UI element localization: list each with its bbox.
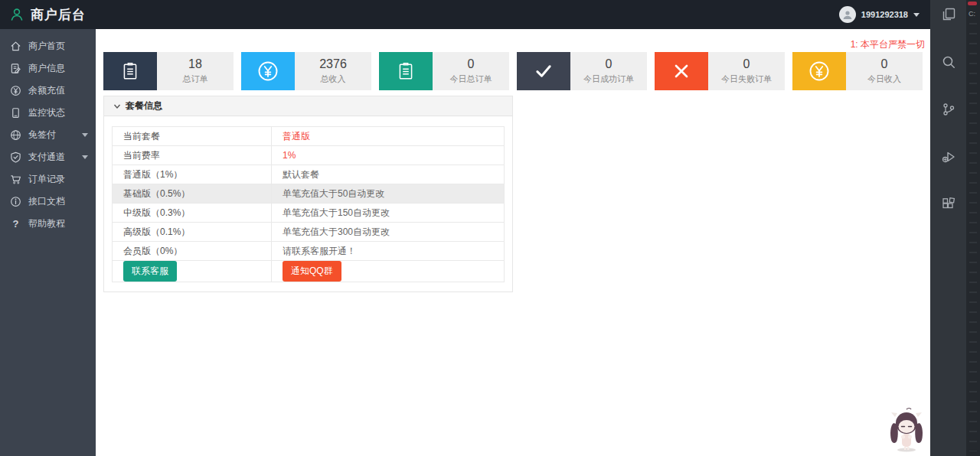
- sidebar-item-balance-recharge[interactable]: 余额充值: [0, 80, 96, 102]
- stat-cards-row: 18 总订单 2376 总收入: [103, 52, 930, 90]
- stat-value: 0: [743, 57, 750, 71]
- stat-card-today-failed-orders: 0 今日失败订单: [655, 52, 785, 90]
- editor-code-lines: [969, 23, 977, 451]
- clipboard-icon: [103, 52, 157, 90]
- user-menu[interactable]: 1991292318: [839, 6, 930, 23]
- package-info-panel: 套餐信息 当前套餐 普通版 当前费率 1%: [103, 96, 513, 292]
- pages-icon[interactable]: [937, 3, 960, 26]
- package-info-panel-header[interactable]: 套餐信息: [104, 96, 512, 116]
- row-value: 1%: [272, 146, 505, 165]
- content-area: 1: 本平台严禁一切 18 总订单: [96, 29, 930, 456]
- extensions-icon[interactable]: [937, 193, 960, 216]
- avatar[interactable]: [839, 6, 856, 23]
- sidebar-item-no-sign-pay[interactable]: 免签付: [0, 124, 96, 146]
- chevron-down-icon: [82, 155, 88, 159]
- stat-label: 总订单: [183, 73, 208, 85]
- shield-check-icon: [10, 151, 21, 163]
- sidebar-item-label: 监控状态: [28, 106, 65, 119]
- source-control-icon[interactable]: [937, 98, 960, 121]
- row-label: 当前费率: [113, 146, 272, 165]
- row-value: 普通版: [272, 127, 505, 146]
- table-row: 高级版（0.1%） 单笔充值大于300自动更改: [113, 223, 505, 242]
- panel-title: 套餐信息: [126, 99, 162, 112]
- row-label: 会员版（0%）: [113, 242, 272, 261]
- stat-label: 今日收入: [867, 73, 901, 85]
- sidebar-item-label: 支付通道: [28, 151, 65, 164]
- sidebar-item-payment-channel[interactable]: 支付通道: [0, 146, 96, 168]
- sidebar-item-label: 订单记录: [28, 173, 65, 186]
- top-header-bar: 商户后台 1991292318: [0, 0, 930, 29]
- table-row: 普通版（1%） 默认套餐: [113, 165, 505, 184]
- stat-value: 2376: [319, 57, 347, 71]
- stat-label: 今日失败订单: [721, 73, 772, 85]
- row-label: 高级版（0.1%）: [113, 223, 272, 242]
- sidebar-item-label: 商户信息: [28, 62, 65, 75]
- run-debug-icon[interactable]: [937, 145, 960, 168]
- announcement-marquee: 1: 本平台严禁一切: [851, 38, 925, 51]
- stat-card-today-success-orders: 0 今日成功订单: [517, 52, 647, 90]
- edit-document-icon: [10, 63, 21, 74]
- row-value: 默认套餐: [272, 165, 505, 184]
- sidebar-item-monitor-status[interactable]: 监控状态: [0, 102, 96, 124]
- screen: 商户后台 1991292318 商户首页: [0, 0, 980, 456]
- row-label: 普通版（1%）: [113, 165, 272, 184]
- row-value: 单笔充值大于50自动更改: [272, 184, 505, 204]
- stat-label: 今日成功订单: [583, 73, 634, 85]
- table-row: 中级版（0.3%） 单笔充值大于150自动更改: [113, 204, 505, 223]
- stat-card-today-income: 0 今日收入: [792, 52, 923, 90]
- search-icon[interactable]: [937, 50, 960, 73]
- editor-tab-badge: [968, 2, 977, 5]
- activity-bar: [930, 0, 966, 456]
- chevron-down-icon: [913, 13, 920, 17]
- table-row: 当前费率 1%: [113, 146, 505, 165]
- merchant-admin-app: 商户后台 1991292318 商户首页: [0, 0, 930, 456]
- question-icon: ?: [10, 218, 21, 230]
- sidebar-item-label: 接口文档: [28, 195, 65, 208]
- table-row-buttons: 联系客服 通知QQ群: [113, 261, 505, 282]
- check-icon: [517, 52, 570, 90]
- yen-circle-icon: [10, 85, 21, 96]
- sidebar-item-home[interactable]: 商户首页: [0, 35, 96, 57]
- contact-support-button[interactable]: 联系客服: [123, 261, 177, 282]
- yen-circle-icon: [241, 52, 295, 90]
- row-label: 当前套餐: [113, 127, 272, 146]
- avatar-person-icon: [842, 9, 853, 20]
- yen-circle-icon: [792, 52, 846, 90]
- stat-value: 0: [468, 57, 475, 71]
- row-label: 中级版（0.3%）: [113, 204, 272, 223]
- row-value: 单笔充值大于300自动更改: [272, 223, 505, 242]
- sidebar-item-api-docs[interactable]: 接口文档: [0, 191, 96, 213]
- stat-card-today-orders: 0 今日总订单: [379, 52, 509, 90]
- stat-value: 0: [881, 57, 888, 71]
- sidebar-item-label: 免签付: [28, 129, 56, 142]
- stat-card-total-income: 2376 总收入: [241, 52, 371, 90]
- package-info-table: 当前套餐 普通版 当前费率 1% 普通版（1%） 默认套餐: [112, 126, 505, 282]
- user-id: 1991292318: [861, 10, 908, 19]
- row-value: 请联系客服开通！: [272, 242, 505, 261]
- globe-icon: [10, 129, 21, 141]
- stat-value: 18: [188, 57, 202, 71]
- clipboard-icon: [379, 52, 433, 90]
- person-logo-icon: [9, 7, 24, 22]
- chevron-down-icon: [82, 133, 88, 137]
- table-row: 当前套餐 普通版: [113, 127, 505, 146]
- sidebar-item-help-tutorial[interactable]: ? 帮助教程: [0, 213, 96, 235]
- sidebar-item-merchant-info[interactable]: 商户信息: [0, 57, 96, 80]
- notify-qq-group-button[interactable]: 通知QQ群: [283, 261, 341, 282]
- table-row: 基础版（0.5%） 单笔充值大于50自动更改: [113, 184, 505, 204]
- info-circle-icon: [10, 196, 21, 207]
- sidebar: 商户首页 商户信息 余额充值 监控状态 免签付: [0, 29, 96, 456]
- x-icon: [655, 52, 708, 90]
- stat-label: 今日总订单: [450, 73, 492, 85]
- main-area: 商户首页 商户信息 余额充值 监控状态 免签付: [0, 29, 930, 456]
- sidebar-item-order-records[interactable]: 订单记录: [0, 168, 96, 191]
- sidebar-item-label: 帮助教程: [28, 217, 65, 230]
- page-title: 商户后台: [31, 6, 86, 24]
- stat-card-total-orders: 18 总订单: [103, 52, 234, 90]
- sidebar-item-label: 余额充值: [28, 84, 65, 97]
- row-label: 基础版（0.5%）: [113, 184, 272, 204]
- cart-icon: [10, 174, 21, 185]
- row-value: 单笔充值大于150自动更改: [272, 204, 505, 223]
- home-icon: [10, 41, 21, 52]
- mascot-character[interactable]: [884, 406, 929, 454]
